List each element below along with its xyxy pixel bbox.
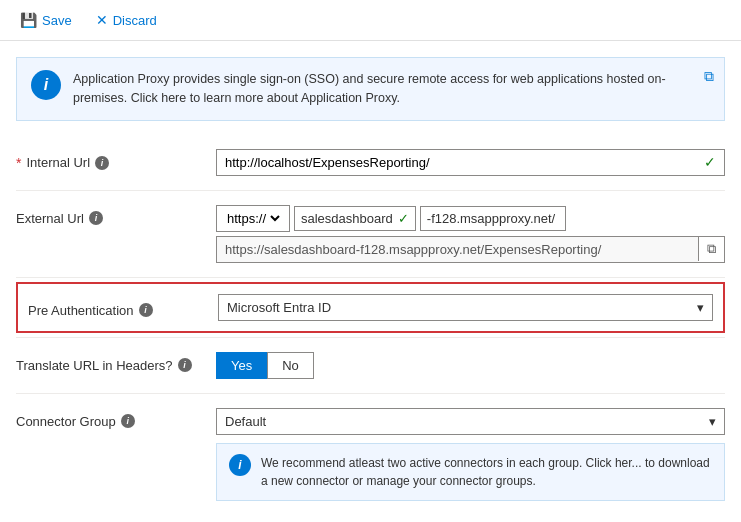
translate-url-toggle-group: Yes No xyxy=(216,352,725,379)
translate-url-label-text: Translate URL in Headers? xyxy=(16,358,173,373)
subdomain-check-icon: ✓ xyxy=(398,211,409,226)
domain-text: -f128.msappproxy.net/ xyxy=(427,211,555,226)
subdomain-text: salesdashboard xyxy=(301,211,393,226)
connector-group-row: Connector Group i Default ▾ i We recomme… xyxy=(16,396,725,513)
translate-yes-button[interactable]: Yes xyxy=(216,352,267,379)
connector-info-banner: i We recommend atleast two active connec… xyxy=(216,443,725,501)
external-url-label-text: External Url xyxy=(16,211,84,226)
info-banner: i Application Proxy provides single sign… xyxy=(16,57,725,121)
info-banner-text: Application Proxy provides single sign-o… xyxy=(73,70,710,108)
internal-url-info-icon[interactable]: i xyxy=(95,156,109,170)
discard-label: Discard xyxy=(113,13,157,28)
pre-auth-info-icon[interactable]: i xyxy=(139,303,153,317)
connector-group-info-icon[interactable]: i xyxy=(121,414,135,428)
internal-url-control: ✓ xyxy=(216,149,725,176)
translate-url-row: Translate URL in Headers? i Yes No xyxy=(16,340,725,391)
connector-group-control: Default ▾ i We recommend atleast two act… xyxy=(216,408,725,501)
connector-info-icon: i xyxy=(229,454,251,476)
copy-url-button[interactable]: ⧉ xyxy=(698,237,724,261)
translate-url-label: Translate URL in Headers? i xyxy=(16,352,216,373)
discard-icon: ✕ xyxy=(96,12,108,28)
protocol-select[interactable]: https:// http:// xyxy=(223,210,283,227)
translate-url-control: Yes No xyxy=(216,352,725,379)
pre-authentication-row: Pre Authentication i Microsoft Entra ID … xyxy=(16,282,725,333)
required-star: * xyxy=(16,155,21,171)
discard-button[interactable]: ✕ Discard xyxy=(92,10,161,30)
internal-url-input-wrapper: ✓ xyxy=(216,149,725,176)
toolbar: 💾 Save ✕ Discard xyxy=(0,0,741,41)
subdomain-box: salesdashboard ✓ xyxy=(294,206,416,231)
pre-auth-value: Microsoft Entra ID xyxy=(227,300,331,315)
external-url-row1: https:// http:// salesdashboard ✓ -f128.… xyxy=(216,205,725,232)
connector-group-label-text: Connector Group xyxy=(16,414,116,429)
external-url-full-input[interactable] xyxy=(217,237,698,262)
save-button[interactable]: 💾 Save xyxy=(16,10,76,30)
pre-auth-control: Microsoft Entra ID ▾ xyxy=(218,294,713,321)
save-icon: 💾 xyxy=(20,12,37,28)
connector-group-label: Connector Group i xyxy=(16,408,216,429)
pre-auth-label: Pre Authentication i xyxy=(28,297,218,318)
external-url-row: External Url i https:// http:// salesdas… xyxy=(16,193,725,275)
internal-url-label-text: Internal Url xyxy=(26,155,90,170)
external-link-icon[interactable]: ⧉ xyxy=(704,68,714,85)
domain-box[interactable]: -f128.msappproxy.net/ xyxy=(420,206,566,231)
pre-auth-label-text: Pre Authentication xyxy=(28,303,134,318)
pre-auth-select-box[interactable]: Microsoft Entra ID ▾ xyxy=(218,294,713,321)
external-url-info-icon[interactable]: i xyxy=(89,211,103,225)
connector-group-select-box[interactable]: Default ▾ xyxy=(216,408,725,435)
internal-url-label: * Internal Url i xyxy=(16,149,216,171)
external-url-control: https:// http:// salesdashboard ✓ -f128.… xyxy=(216,205,725,263)
protocol-select-box[interactable]: https:// http:// xyxy=(216,205,290,232)
internal-url-check-icon: ✓ xyxy=(696,154,724,170)
translate-url-info-icon[interactable]: i xyxy=(178,358,192,372)
form-area: * Internal Url i ✓ External Url i https:… xyxy=(0,129,741,523)
internal-url-input[interactable] xyxy=(217,150,696,175)
connector-info-text: We recommend atleast two active connecto… xyxy=(261,454,712,490)
info-icon: i xyxy=(31,70,61,100)
connector-group-value: Default xyxy=(225,414,266,429)
save-label: Save xyxy=(42,13,72,28)
internal-url-row: * Internal Url i ✓ xyxy=(16,137,725,188)
translate-no-button[interactable]: No xyxy=(267,352,314,379)
connector-group-dropdown-arrow: ▾ xyxy=(709,414,716,429)
external-url-label: External Url i xyxy=(16,205,216,226)
external-url-full-wrapper: ⧉ xyxy=(216,236,725,263)
pre-auth-dropdown-arrow: ▾ xyxy=(697,300,704,315)
